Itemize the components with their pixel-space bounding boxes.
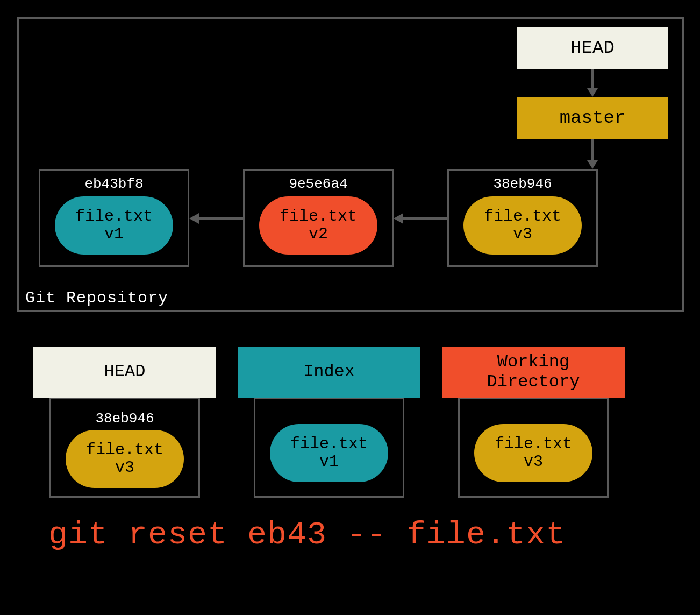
file-pill: file.txt v3 <box>474 424 592 482</box>
file-version: v3 <box>513 225 532 243</box>
file-pill: file.txt v3 <box>66 430 184 488</box>
file-pill: file.txt v2 <box>259 196 377 255</box>
commit-box-2: 9e5e6a4 file.txt v2 <box>243 169 394 267</box>
file-name: file.txt <box>75 208 153 225</box>
file-name: file.txt <box>290 435 368 453</box>
file-pill: file.txt v1 <box>55 196 173 255</box>
commit-hash: eb43bf8 <box>84 176 143 192</box>
head-ref-label: HEAD <box>570 38 615 58</box>
file-pill: file.txt v1 <box>270 424 388 482</box>
tree-head-title: HEAD <box>104 362 146 382</box>
head-ref-box: HEAD <box>517 27 668 69</box>
tree-head-header: HEAD <box>33 347 216 398</box>
file-version: v2 <box>309 225 328 243</box>
file-version: v1 <box>319 453 339 471</box>
file-name: file.txt <box>495 435 572 453</box>
arrow-commit2-to-commit1 <box>189 215 243 222</box>
tree-wd-header: Working Directory <box>442 347 625 398</box>
file-version: v1 <box>104 225 124 243</box>
commit-hash: 9e5e6a4 <box>289 176 347 192</box>
tree-head-body: 38eb946 file.txt v3 <box>49 398 200 498</box>
arrow-head-to-master <box>590 69 596 97</box>
file-name: file.txt <box>280 208 357 225</box>
commit-box-3: 38eb946 file.txt v3 <box>447 169 598 267</box>
tree-wd-body: file.txt v3 <box>458 398 609 498</box>
arrow-master-to-commit <box>590 139 596 169</box>
git-repository-label: Git Repository <box>25 289 168 307</box>
git-command-text: git reset eb43 -- file.txt <box>48 517 566 553</box>
tree-head-hash: 38eb946 <box>95 411 154 427</box>
master-branch-label: master <box>560 108 625 128</box>
commit-box-1: eb43bf8 file.txt v1 <box>39 169 189 267</box>
file-name: file.txt <box>86 441 163 459</box>
master-branch-box: master <box>517 97 668 139</box>
file-pill: file.txt v3 <box>463 196 582 255</box>
tree-index-header: Index <box>238 347 420 398</box>
file-version: v3 <box>524 453 543 471</box>
arrow-commit3-to-commit2 <box>394 215 447 222</box>
tree-index-body: file.txt v1 <box>254 398 404 498</box>
file-version: v3 <box>115 459 134 477</box>
tree-wd-title: Working Directory <box>487 352 580 392</box>
tree-index-title: Index <box>303 362 355 382</box>
commit-hash: 38eb946 <box>493 176 552 192</box>
file-name: file.txt <box>484 208 561 225</box>
